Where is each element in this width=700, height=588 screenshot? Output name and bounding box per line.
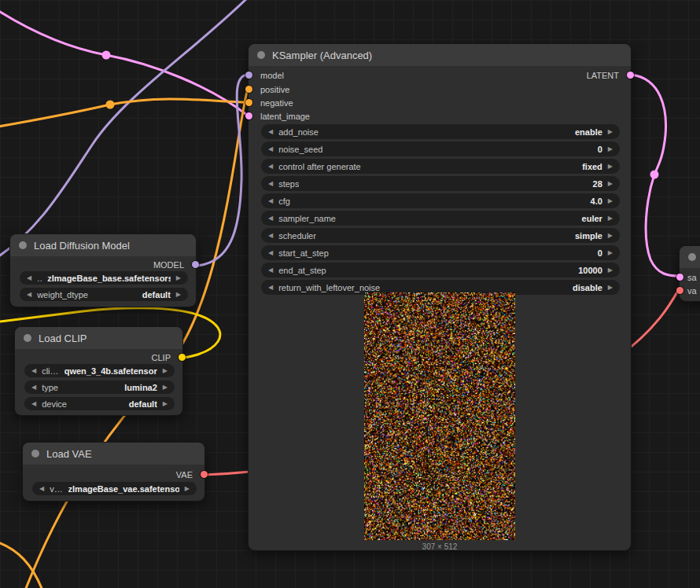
widget-cfg[interactable]: ◀ cfg 4.0 ▶ (261, 193, 620, 208)
input-slot-positive[interactable]: positive (258, 83, 289, 96)
increment-arrow-icon[interactable]: ▶ (163, 367, 168, 374)
widget-clip-name[interactable]: ◀ cli ... qwen_3_4b.safetensors ▶ (24, 364, 175, 377)
latent-preview-image (364, 292, 515, 540)
decrement-arrow-icon[interactable]: ◀ (31, 400, 36, 407)
decrement-arrow-icon[interactable]: ◀ (268, 266, 273, 274)
vae-decode-title-bar[interactable]: V (680, 246, 700, 268)
model-slot-dot[interactable] (245, 72, 252, 79)
decrement-arrow-icon[interactable]: ◀ (268, 128, 273, 135)
link-model-offscreen-wire (0, 0, 252, 259)
node-ksampler-advanced[interactable]: KSampler (Advanced) model positive negat… (248, 43, 632, 551)
node-load-diffusion-model[interactable]: Load Diffusion Model MODEL ◀ .. zImageBa… (9, 233, 197, 307)
decrement-arrow-icon[interactable]: ◀ (268, 249, 273, 256)
widget-device[interactable]: ◀ device default ▶ (24, 397, 175, 410)
output-slot-latent[interactable]: LATENT (587, 68, 621, 82)
input-slot-vae[interactable]: va (686, 284, 697, 297)
output-slot-label: LATENT (587, 71, 619, 80)
negative-slot-dot[interactable] (245, 99, 252, 106)
decrement-arrow-icon[interactable]: ◀ (268, 180, 273, 187)
increment-arrow-icon[interactable]: ▶ (163, 400, 168, 407)
decrement-arrow-icon[interactable]: ◀ (268, 215, 273, 222)
decrement-arrow-icon[interactable]: ◀ (268, 145, 273, 153)
decrement-arrow-icon[interactable]: ◀ (268, 197, 273, 204)
reroute-dot-conditioning[interactable] (106, 101, 115, 109)
node-status-dot[interactable] (688, 253, 696, 261)
node-status-dot[interactable] (24, 334, 31, 342)
widget-sampler-name[interactable]: ◀ sampler_name euler ▶ (261, 211, 620, 226)
increment-arrow-icon[interactable]: ▶ (608, 163, 613, 170)
widget-weight-dtype[interactable]: ◀ weight_dtype default ▶ (20, 288, 188, 301)
input-slot-label: model (260, 71, 284, 80)
widget-vae-name[interactable]: ◀ v ... zImageBase_vae.safetensors ▶ (32, 482, 197, 495)
widget-add-noise[interactable]: ◀ add_noise enable ▶ (261, 124, 620, 139)
widget-control-after-generate[interactable]: ◀ control after generate fixed ▶ (261, 159, 620, 174)
input-slot-model[interactable]: model (258, 68, 284, 82)
node-load-clip[interactable]: Load CLIP CLIP ◀ cli ... qwen_3_4b.safet… (14, 326, 183, 416)
node-load-vae[interactable]: Load VAE VAE ◀ v ... zImageBase_vae.safe… (22, 442, 205, 502)
node-status-dot[interactable] (19, 241, 27, 249)
increment-arrow-icon[interactable]: ▶ (608, 215, 613, 222)
reroute-dot-latent-right[interactable] (650, 171, 659, 179)
vae-slot-dot[interactable] (676, 287, 683, 294)
decrement-arrow-icon[interactable]: ◀ (31, 367, 36, 374)
output-slot-model[interactable]: MODEL (153, 258, 186, 271)
increment-arrow-icon[interactable]: ▶ (608, 128, 613, 135)
positive-slot-dot[interactable] (245, 86, 252, 93)
widget-noise-seed[interactable]: ◀ noise_seed 0 ▶ (261, 141, 620, 156)
decrement-arrow-icon[interactable]: ◀ (268, 163, 273, 170)
samples-slot-dot[interactable] (676, 274, 683, 281)
decrement-arrow-icon[interactable]: ◀ (27, 291, 31, 298)
ksampler-title-bar[interactable]: KSampler (Advanced) (249, 44, 631, 66)
input-slot-negative[interactable]: negative (258, 96, 293, 109)
load-vae-title-bar[interactable]: Load VAE (23, 443, 204, 465)
clip-output-dot[interactable] (179, 354, 186, 361)
output-slot-label: VAE (176, 470, 193, 480)
widget-steps[interactable]: ◀ steps 28 ▶ (261, 176, 620, 191)
node-status-dot[interactable] (257, 51, 265, 59)
load-diffusion-title-bar[interactable]: Load Diffusion Model (10, 234, 196, 256)
output-slot-clip[interactable]: CLIP (152, 351, 173, 364)
node-status-dot[interactable] (31, 450, 39, 458)
output-slot-label: CLIP (152, 353, 171, 362)
decrement-arrow-icon[interactable]: ◀ (268, 232, 273, 239)
widget-scheduler[interactable]: ◀ scheduler simple ▶ (261, 228, 620, 243)
link-model-wire (197, 75, 248, 266)
increment-arrow-icon[interactable]: ▶ (608, 249, 613, 256)
increment-arrow-icon[interactable]: ▶ (176, 291, 181, 298)
preview-size-caption: 307 × 512 (422, 542, 458, 551)
output-slot-vae[interactable]: VAE (176, 468, 195, 481)
input-slot-label: sa (687, 273, 697, 282)
increment-arrow-icon[interactable]: ▶ (608, 232, 613, 239)
decrement-arrow-icon[interactable]: ◀ (27, 274, 31, 281)
reroute-dot-latent[interactable] (102, 51, 111, 60)
widget-type[interactable]: ◀ type lumina2 ▶ (24, 380, 175, 394)
input-slot-label: va (687, 286, 697, 296)
widget-end-at-step[interactable]: ◀ end_at_step 10000 ▶ (261, 263, 620, 277)
latent-output-dot[interactable] (627, 72, 634, 79)
load-clip-title-bar[interactable]: Load CLIP (15, 327, 182, 349)
model-output-dot[interactable] (192, 261, 199, 268)
increment-arrow-icon[interactable]: ▶ (185, 485, 190, 492)
node-title: Load CLIP (39, 333, 87, 344)
increment-arrow-icon[interactable]: ▶ (608, 197, 613, 204)
increment-arrow-icon[interactable]: ▶ (176, 274, 181, 281)
input-slot-label: negative (260, 98, 293, 108)
decrement-arrow-icon[interactable]: ◀ (39, 485, 44, 492)
increment-arrow-icon[interactable]: ▶ (608, 266, 613, 274)
input-slot-latent-image[interactable]: latent_image (258, 109, 310, 123)
input-slot-label: latent_image (260, 112, 310, 121)
decrement-arrow-icon[interactable]: ◀ (31, 384, 36, 391)
vae-output-dot[interactable] (201, 471, 208, 478)
increment-arrow-icon[interactable]: ▶ (608, 284, 613, 291)
input-slot-samples[interactable]: sa (686, 270, 697, 284)
increment-arrow-icon[interactable]: ▶ (163, 384, 168, 391)
node-vae-decode-partial[interactable]: V sa va (679, 245, 700, 302)
increment-arrow-icon[interactable]: ▶ (608, 180, 613, 187)
increment-arrow-icon[interactable]: ▶ (608, 145, 613, 153)
widget-start-at-step[interactable]: ◀ start_at_step 0 ▶ (261, 245, 620, 260)
input-slot-label: positive (260, 85, 289, 94)
latent-image-slot-dot[interactable] (245, 112, 252, 119)
node-title: Load VAE (46, 448, 92, 460)
widget-unet-name[interactable]: ◀ .. zImageBase_base.safetensors ▶ (20, 271, 188, 285)
decrement-arrow-icon[interactable]: ◀ (268, 284, 273, 291)
